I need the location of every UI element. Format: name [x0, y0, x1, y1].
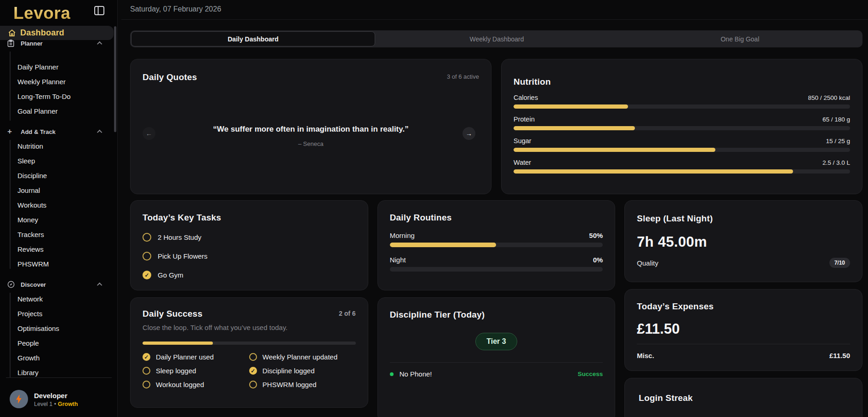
checkbox-icon[interactable] — [143, 381, 150, 388]
progress-track — [390, 243, 603, 247]
divider — [390, 362, 603, 363]
card-title: Nutrition — [514, 77, 850, 87]
sidebar-scrollbar[interactable] — [114, 26, 116, 132]
sidebar-item-growth[interactable]: Growth — [17, 353, 40, 363]
sidebar-section-discover[interactable]: Discover — [7, 280, 110, 289]
progress-track — [390, 267, 603, 272]
sleep-duration: 7h 45.00m — [637, 234, 850, 250]
progress-fill — [514, 148, 715, 152]
previous-quote-button[interactable]: ← — [143, 127, 155, 140]
checkbox-icon[interactable] — [143, 353, 150, 361]
profile-badge: Growth — [58, 401, 78, 407]
sidebar-item-money[interactable]: Money — [17, 215, 38, 225]
checkbox-icon[interactable] — [143, 233, 151, 242]
success-subtitle: Close the loop. Tick off what you’ve use… — [143, 324, 356, 331]
sidebar-section-planner[interactable]: Planner — [7, 39, 110, 48]
card-title: Sleep (Last Night) — [637, 214, 850, 224]
success-item[interactable]: Daily Planner used — [143, 353, 249, 361]
quote-text: “We suffer more often in imagination tha… — [163, 125, 459, 134]
card-title: Daily Routines — [390, 213, 603, 223]
sidebar-item-optimisations[interactable]: Optimisations — [17, 324, 59, 333]
profile-name: Developer — [34, 392, 68, 400]
tab-daily-dashboard[interactable]: Daily Dashboard — [131, 31, 375, 46]
progress-track — [514, 169, 850, 174]
card-title: Today’s Key Tasks — [143, 213, 356, 223]
sidebar-item-sleep[interactable]: Sleep — [17, 156, 35, 166]
task-item[interactable]: 2 Hours Study — [143, 233, 356, 242]
section-guide-line — [10, 293, 11, 377]
sidebar-item-daily-planner[interactable]: Daily Planner — [17, 63, 58, 72]
sidebar-item-nutrition[interactable]: Nutrition — [17, 142, 43, 151]
progress-track — [143, 342, 356, 345]
sidebar-item-library[interactable]: Library — [17, 368, 39, 377]
checkbox-icon[interactable] — [249, 353, 257, 361]
nutrition-row-calories: Calories 850 / 2500 kcal — [514, 94, 850, 109]
checkbox-icon[interactable] — [249, 367, 257, 375]
quality-score-badge: 7/10 — [829, 258, 850, 268]
sidebar: Levora Dashboard Planner Daily Planner W… — [0, 0, 118, 417]
progress-fill — [514, 169, 793, 174]
discipline-rule-row: No Phone! Success — [390, 370, 603, 378]
sidebar-collapse-icon[interactable] — [94, 6, 104, 15]
login-streak-card: Login Streak — [624, 378, 862, 417]
expenses-total: £11.50 — [637, 321, 850, 337]
quality-label: Quality — [637, 259, 658, 267]
progress-fill — [390, 243, 497, 247]
sidebar-item-label: Dashboard — [20, 28, 64, 38]
card-title: Daily Success — [143, 309, 356, 319]
progress-fill — [514, 104, 628, 109]
card-title: Discipline Tier (Today) — [390, 310, 603, 320]
sidebar-item-journal[interactable]: Journal — [17, 186, 40, 195]
next-quote-button[interactable]: → — [463, 127, 475, 140]
compass-icon — [7, 281, 15, 288]
sidebar-item-long-term-todo[interactable]: Long-Term To-Do — [17, 92, 71, 101]
success-item[interactable]: Workout logged — [143, 381, 249, 388]
sidebar-section-add-track[interactable]: + Add & Track — [7, 127, 110, 136]
sidebar-item-projects[interactable]: Projects — [17, 309, 42, 319]
expenses-card: Today’s Expenses £11.50 Misc. £11.50 — [624, 289, 862, 371]
progress-track — [514, 104, 850, 109]
task-item[interactable]: Go Gym — [143, 271, 356, 279]
sidebar-item-workouts[interactable]: Workouts — [17, 201, 46, 210]
profile-level: Level 1 • Growth — [34, 401, 78, 407]
progress-fill — [514, 126, 635, 130]
progress-track — [514, 148, 850, 152]
discipline-tier-card: Discipline Tier (Today) Tier 3 No Phone!… — [377, 297, 616, 417]
status-badge: Success — [578, 371, 603, 377]
sidebar-item-phswrm[interactable]: PHSWRM — [17, 260, 49, 269]
sidebar-item-dashboard[interactable]: Dashboard — [0, 26, 114, 40]
arrow-right-icon: → — [466, 130, 472, 137]
checkbox-icon[interactable] — [143, 271, 151, 279]
sidebar-item-trackers[interactable]: Trackers — [17, 230, 44, 239]
page-date: Saturday, 07 February 2026 — [130, 0, 862, 13]
task-item[interactable]: Pick Up Flowers — [143, 252, 356, 261]
tab-one-big-goal[interactable]: One Big Goal — [618, 31, 862, 46]
sidebar-item-weekly-planner[interactable]: Weekly Planner — [17, 77, 66, 87]
divider — [121, 19, 868, 20]
sidebar-item-people[interactable]: People — [17, 339, 39, 348]
arrow-left-icon: ← — [146, 130, 152, 137]
card-title: Login Streak — [639, 393, 848, 403]
sidebar-item-reviews[interactable]: Reviews — [17, 245, 44, 254]
app-logo: Levora — [13, 4, 70, 23]
avatar[interactable] — [10, 390, 28, 408]
card-title: Today’s Expenses — [637, 301, 850, 312]
daily-quotes-card: Daily Quotes 3 of 6 active “We suffer mo… — [130, 59, 491, 194]
success-item[interactable]: Weekly Planner updated — [249, 353, 356, 361]
checkbox-icon[interactable] — [249, 381, 257, 388]
nutrition-row-water: Water 2.5 / 3.0 L — [514, 159, 850, 174]
checkbox-icon[interactable] — [143, 252, 151, 261]
success-item[interactable]: PHSWRM logged — [249, 381, 356, 388]
divider — [637, 344, 850, 344]
section-guide-line — [10, 52, 11, 121]
home-icon — [8, 29, 16, 37]
key-tasks-card: Today’s Key Tasks 2 Hours Study Pick Up … — [130, 200, 368, 290]
nutrition-card: Nutrition Calories 850 / 2500 kcal Prote… — [501, 59, 862, 194]
tab-weekly-dashboard[interactable]: Weekly Dashboard — [375, 31, 618, 46]
sidebar-item-goal-planner[interactable]: Goal Planner — [17, 107, 58, 116]
sidebar-item-network[interactable]: Network — [17, 295, 43, 304]
checkbox-icon[interactable] — [143, 367, 150, 375]
success-item[interactable]: Discipline logged — [249, 367, 356, 375]
success-item[interactable]: Sleep logged — [143, 367, 249, 375]
sidebar-item-discipline[interactable]: Discipline — [17, 171, 47, 180]
